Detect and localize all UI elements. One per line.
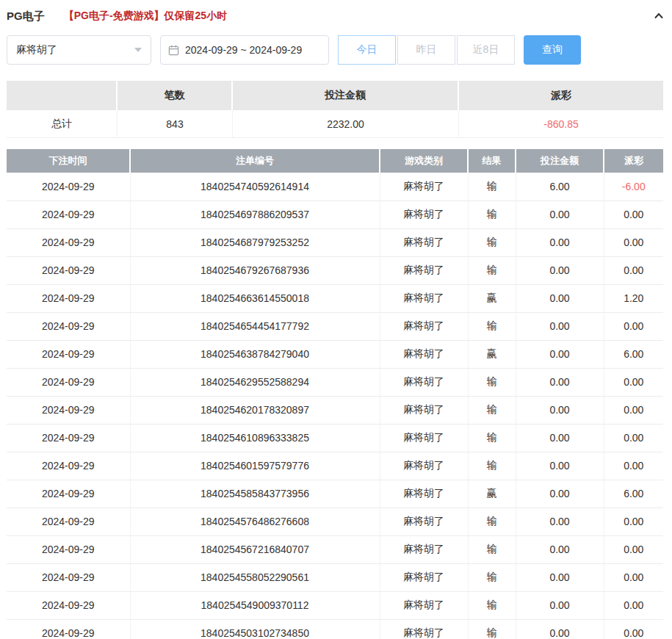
- cell-game-type: 麻将胡了: [380, 563, 468, 591]
- summary-payout-value: -860.85: [459, 110, 663, 138]
- cell-order-id: 1840254610896333825: [130, 424, 380, 452]
- chevron-down-icon: [134, 48, 142, 52]
- cell-result: 输: [468, 424, 516, 452]
- cell-order-id: 1840254740592614914: [130, 173, 380, 201]
- collapse-panel-button[interactable]: [652, 10, 665, 23]
- cell-order-id: 1840254663614550018: [130, 284, 380, 312]
- table-row: 2024-09-291840254585843773956麻将胡了赢0.006.…: [7, 480, 663, 508]
- cell-game-type: 麻将胡了: [380, 173, 468, 201]
- table-row: 2024-09-291840254503102734850麻将胡了输0.000.…: [7, 619, 663, 639]
- cell-result: 输: [468, 508, 516, 535]
- cell-payout: 6.00: [604, 340, 663, 368]
- filter-bar: 麻将胡了 2024-09-29 ~ 2024-09-29 今日 昨日 近8日 查…: [7, 35, 665, 65]
- cell-result: 输: [468, 619, 516, 639]
- table-row: 2024-09-291840254740592614914麻将胡了输6.00-6…: [7, 173, 663, 201]
- cell-bet-date: 2024-09-29: [7, 424, 130, 452]
- cell-payout: 0.00: [604, 619, 663, 639]
- summary-bet-amount-value: 2232.00: [233, 110, 459, 138]
- cell-bet-date: 2024-09-29: [7, 173, 130, 201]
- cell-bet-amount: 0.00: [516, 535, 604, 563]
- last-8-days-button[interactable]: 近8日: [457, 35, 515, 65]
- page-title: PG电子: [7, 10, 45, 24]
- cell-bet-date: 2024-09-29: [7, 256, 130, 284]
- cell-order-id: 1840254638784279040: [130, 340, 380, 368]
- cell-payout: 0.00: [604, 424, 663, 452]
- col-bet-amount: 投注金额: [516, 149, 604, 173]
- table-row: 2024-09-291840254620178320897麻将胡了输0.000.…: [7, 396, 663, 424]
- table-row: 2024-09-291840254610896333825麻将胡了输0.000.…: [7, 424, 663, 452]
- top-bar: PG电子 【PG电子-免费游戏】仅保留25小时: [7, 0, 665, 29]
- cell-game-type: 麻将胡了: [380, 591, 468, 619]
- cell-bet-amount: 0.00: [516, 201, 604, 228]
- summary-header-count: 笔数: [118, 81, 233, 110]
- table-row: 2024-09-291840254576486276608麻将胡了输0.000.…: [7, 508, 663, 535]
- summary-total-label: 总计: [7, 110, 118, 138]
- cell-bet-amount: 6.00: [516, 173, 604, 201]
- table-row: 2024-09-291840254567216840707麻将胡了输0.000.…: [7, 535, 663, 563]
- cell-result: 输: [468, 201, 516, 228]
- cell-bet-amount: 0.00: [516, 619, 604, 639]
- cell-result: 输: [468, 563, 516, 591]
- date-range-picker[interactable]: 2024-09-29 ~ 2024-09-29: [160, 35, 329, 65]
- cell-bet-date: 2024-09-29: [7, 201, 130, 228]
- cell-game-type: 麻将胡了: [380, 284, 468, 312]
- col-result: 结果: [468, 149, 516, 173]
- cell-payout: 0.00: [604, 452, 663, 480]
- table-row: 2024-09-291840254629552588294麻将胡了输0.000.…: [7, 368, 663, 396]
- cell-payout: 0.00: [604, 591, 663, 619]
- cell-order-id: 1840254620178320897: [130, 396, 380, 424]
- cell-bet-amount: 0.00: [516, 256, 604, 284]
- cell-result: 输: [468, 256, 516, 284]
- cell-payout: 6.00: [604, 480, 663, 508]
- cell-result: 输: [468, 452, 516, 480]
- cell-bet-date: 2024-09-29: [7, 228, 130, 256]
- cell-bet-date: 2024-09-29: [7, 508, 130, 535]
- table-row: 2024-09-291840254679267687936麻将胡了输0.000.…: [7, 256, 663, 284]
- cell-bet-date: 2024-09-29: [7, 284, 130, 312]
- cell-bet-date: 2024-09-29: [7, 619, 130, 639]
- summary-total-row: 总计 843 2232.00 -860.85: [7, 110, 663, 138]
- quick-range-group: 今日 昨日 近8日: [336, 35, 515, 65]
- cell-bet-amount: 0.00: [516, 340, 604, 368]
- cell-order-id: 1840254503102734850: [130, 619, 380, 639]
- summary-header-bet-amount: 投注金额: [233, 81, 459, 110]
- cell-result: 输: [468, 396, 516, 424]
- cell-order-id: 1840254601597579776: [130, 452, 380, 480]
- cell-order-id: 1840254558052290561: [130, 563, 380, 591]
- cell-game-type: 麻将胡了: [380, 619, 468, 639]
- cell-result: 输: [468, 312, 516, 340]
- table-row: 2024-09-291840254697886209537麻将胡了输0.000.…: [7, 201, 663, 228]
- cell-game-type: 麻将胡了: [380, 340, 468, 368]
- table-row: 2024-09-291840254558052290561麻将胡了输0.000.…: [7, 563, 663, 591]
- game-select[interactable]: 麻将胡了: [7, 35, 151, 65]
- summary-count-value: 843: [118, 110, 233, 138]
- cell-result: 赢: [468, 480, 516, 508]
- notice-text: 【PG电子-免费游戏】仅保留25小时: [64, 10, 227, 23]
- cell-payout: 0.00: [604, 201, 663, 228]
- cell-bet-amount: 0.00: [516, 396, 604, 424]
- page: PG电子 【PG电子-免费游戏】仅保留25小时 麻将胡了 2024-09-29 …: [0, 0, 672, 639]
- search-button[interactable]: 查询: [524, 35, 581, 65]
- table-row: 2024-09-291840254687979253252麻将胡了输0.000.…: [7, 228, 663, 256]
- date-range-value: 2024-09-29 ~ 2024-09-29: [185, 44, 302, 56]
- cell-game-type: 麻将胡了: [380, 535, 468, 563]
- col-bet-date: 下注时间: [7, 149, 130, 173]
- today-button[interactable]: 今日: [338, 35, 396, 65]
- chevron-up-icon: [652, 10, 665, 23]
- cell-result: 输: [468, 535, 516, 563]
- cell-game-type: 麻将胡了: [380, 312, 468, 340]
- table-row: 2024-09-291840254638784279040麻将胡了赢0.006.…: [7, 340, 663, 368]
- cell-bet-amount: 0.00: [516, 424, 604, 452]
- cell-game-type: 麻将胡了: [380, 480, 468, 508]
- cell-game-type: 麻将胡了: [380, 368, 468, 396]
- cell-payout: -6.00: [604, 173, 663, 201]
- cell-result: 输: [468, 591, 516, 619]
- cell-bet-amount: 0.00: [516, 563, 604, 591]
- cell-game-type: 麻将胡了: [380, 424, 468, 452]
- cell-order-id: 1840254576486276608: [130, 508, 380, 535]
- table-row: 2024-09-291840254663614550018麻将胡了赢0.001.…: [7, 284, 663, 312]
- cell-payout: 0.00: [604, 535, 663, 563]
- cell-order-id: 1840254585843773956: [130, 480, 380, 508]
- yesterday-button[interactable]: 昨日: [397, 35, 455, 65]
- cell-bet-date: 2024-09-29: [7, 535, 130, 563]
